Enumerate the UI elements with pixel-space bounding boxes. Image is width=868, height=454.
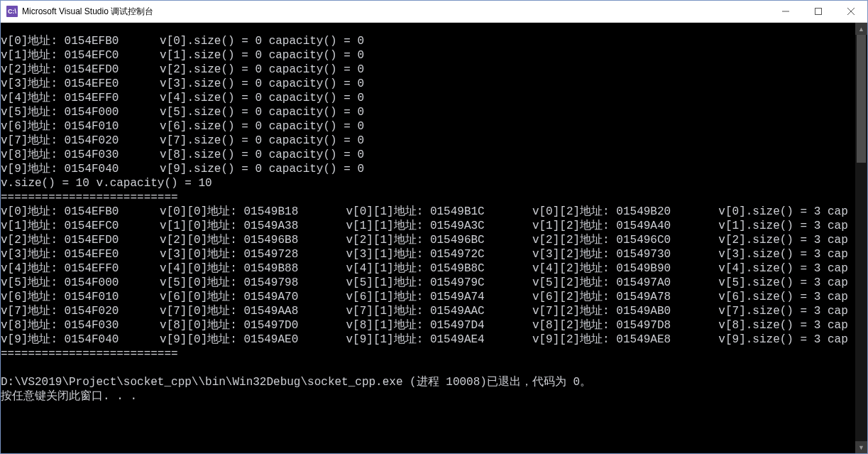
minimize-icon: [782, 8, 789, 15]
minimize-button[interactable]: [769, 1, 802, 22]
window-title: Microsoft Visual Studio 调试控制台: [22, 6, 769, 18]
app-icon: C:\: [6, 6, 18, 17]
console-output[interactable]: v[0]地址: 0154EFB0 v[0].size() = 0 capacit…: [1, 34, 855, 442]
scrollbar-track[interactable]: [855, 35, 867, 441]
scrollbar-down-arrow[interactable]: ▼: [855, 441, 867, 453]
console-area: v[0]地址: 0154EFB0 v[0].size() = 0 capacit…: [1, 23, 867, 453]
vertical-scrollbar[interactable]: ▲ ▼: [855, 23, 867, 453]
maximize-button[interactable]: [802, 1, 835, 22]
maximize-icon: [815, 8, 822, 15]
scrollbar-thumb[interactable]: [857, 35, 866, 163]
titlebar: C:\ Microsoft Visual Studio 调试控制台: [1, 1, 867, 23]
close-button[interactable]: [835, 1, 867, 22]
window-controls: [769, 1, 867, 22]
svg-rect-0: [815, 9, 822, 15]
console-window: C:\ Microsoft Visual Studio 调试控制台 v[0]地址…: [0, 0, 868, 454]
close-icon: [847, 8, 855, 15]
scrollbar-up-arrow[interactable]: ▲: [855, 23, 867, 35]
